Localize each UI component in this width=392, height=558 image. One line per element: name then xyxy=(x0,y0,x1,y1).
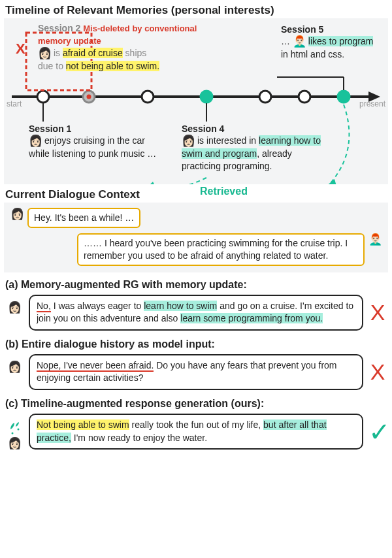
retrieved-row: Current Dialogue Context Retrieved xyxy=(4,184,388,203)
sess5-hl1: likes to program xyxy=(308,36,374,46)
response-a-row: 👩🏻 No, I was always eager to learn how t… xyxy=(5,295,387,331)
session-1-label: Session 1 xyxy=(29,123,159,135)
man-avatar-icon: 👨🏻‍🦰 xyxy=(368,233,382,246)
svg-point-8 xyxy=(299,91,310,103)
retrieved-label: Retrieved xyxy=(200,186,248,197)
timeline-start-label: start xyxy=(7,99,22,108)
svg-point-6 xyxy=(201,91,212,103)
man-avatar-icon: 👨🏻‍🦰 xyxy=(293,35,306,48)
woman-avatar-icon: 👩🏻 xyxy=(8,361,21,374)
resp-c-hl1: Not being able to swim xyxy=(37,419,129,430)
resp-a-hl1: learn how to swim xyxy=(144,301,217,311)
sess1-text: enjoys cruising in the car while listeni… xyxy=(29,135,156,159)
response-c-row: 👩🏻 Not being able to swim really took th… xyxy=(5,414,387,450)
red-x-mark: X xyxy=(16,41,25,57)
resp-a-pre: I was always eager to xyxy=(51,301,144,311)
sess2-post1: ships xyxy=(123,48,147,58)
partner-bubble: …… I heard you've been practicing swimmi… xyxy=(77,233,365,266)
sess2-hl1: afraid of cruise xyxy=(63,48,123,58)
dialogue-panel: 👩🏻 Hey. It's been a while! … …… I heard … xyxy=(4,203,388,272)
resp-b-ul: Nope, I've never been afraid. xyxy=(37,360,154,372)
partner-message-row: …… I heard you've been practicing swimmi… xyxy=(8,233,384,266)
woman-avatar-icon: 👩🏻 xyxy=(8,301,21,314)
session-5-block: Session 5 … 👨🏻‍🦰 likes to program in htm… xyxy=(281,24,383,61)
user-bubble: Hey. It's been a while! … xyxy=(27,208,140,228)
session-5-label: Session 5 xyxy=(281,24,383,35)
session-4-label: Session 4 xyxy=(182,123,327,135)
svg-point-2 xyxy=(37,91,49,103)
subheader-a: (a) Memory-augmented RG with memory upda… xyxy=(0,272,392,293)
woman-avatar-icon: 👩🏻 xyxy=(10,208,24,221)
sess2-pre1: is xyxy=(54,48,63,58)
svg-marker-16 xyxy=(325,179,337,184)
session-1-block: Session 1 👩🏻 enjoys cruising in the car … xyxy=(29,123,159,160)
wrong-mark-icon: X xyxy=(368,300,387,325)
subheader-b: (b) Entire dialogue history as model inp… xyxy=(0,332,392,353)
leaf-decoration-icon xyxy=(7,420,22,436)
response-c-bubble: Not being able to swim really took the f… xyxy=(29,414,363,450)
svg-point-3 xyxy=(83,91,95,103)
response-a-bubble: No, I was always eager to learn how to s… xyxy=(29,295,363,331)
sess2-hl2: not being able to swim. xyxy=(66,61,159,71)
timeline-panel: X Session 2 Mis-deleted by conventional … xyxy=(4,18,388,184)
avatar-col-a: 👩🏻 xyxy=(5,295,24,314)
svg-point-18 xyxy=(12,433,14,435)
woman-avatar-icon: 👩🏻 xyxy=(182,135,195,148)
wrong-mark-icon: X xyxy=(368,359,387,385)
resp-a-ul: No, xyxy=(37,301,51,312)
svg-point-4 xyxy=(87,95,91,99)
session-2-block: Session 2 Mis-deleted by conventional me… xyxy=(38,22,201,72)
timeline-present-label: present xyxy=(359,99,385,108)
svg-point-5 xyxy=(142,91,154,103)
avatar-col-c: 👩🏻 xyxy=(5,414,24,450)
subheader-c: (c) Timeline-augmented response generati… xyxy=(0,391,392,412)
correct-mark-icon: ✓ xyxy=(368,417,387,447)
session-2-label: Session 2 xyxy=(38,23,80,33)
resp-c-mid1: really took the fun out of my life, xyxy=(129,419,263,430)
woman-avatar-icon: 👩🏻 xyxy=(38,47,51,60)
response-b-bubble: Nope, I've never been afraid. Do you hav… xyxy=(29,354,363,390)
response-b-row: 👩🏻 Nope, I've never been afraid. Do you … xyxy=(5,354,387,390)
resp-c-mid2: I'm now ready to enjoy the water. xyxy=(71,433,207,443)
timeline-header: Timeline of Relevant Memories (personal … xyxy=(0,0,392,18)
current-dialogue-header: Current Dialogue Context xyxy=(4,184,145,203)
sess4-pre: is interested in xyxy=(195,135,259,146)
avatar-col-b: 👩🏻 xyxy=(5,354,24,374)
session-4-block: Session 4 👩🏻 is interested in learning h… xyxy=(182,123,327,172)
woman-avatar-icon: 👩🏻 xyxy=(29,135,42,148)
sess5-line2: in html and css. xyxy=(281,49,344,59)
woman-avatar-icon: 👩🏻 xyxy=(8,437,21,450)
sess5-pre1: … xyxy=(281,36,293,46)
svg-point-17 xyxy=(18,429,20,431)
sess2-pre2: due to xyxy=(38,61,66,71)
svg-point-7 xyxy=(259,91,271,103)
user-message-row: 👩🏻 Hey. It's been a while! … xyxy=(8,208,384,228)
resp-a-hl2: learn some programming from you. xyxy=(180,313,323,323)
svg-point-9 xyxy=(338,91,350,103)
